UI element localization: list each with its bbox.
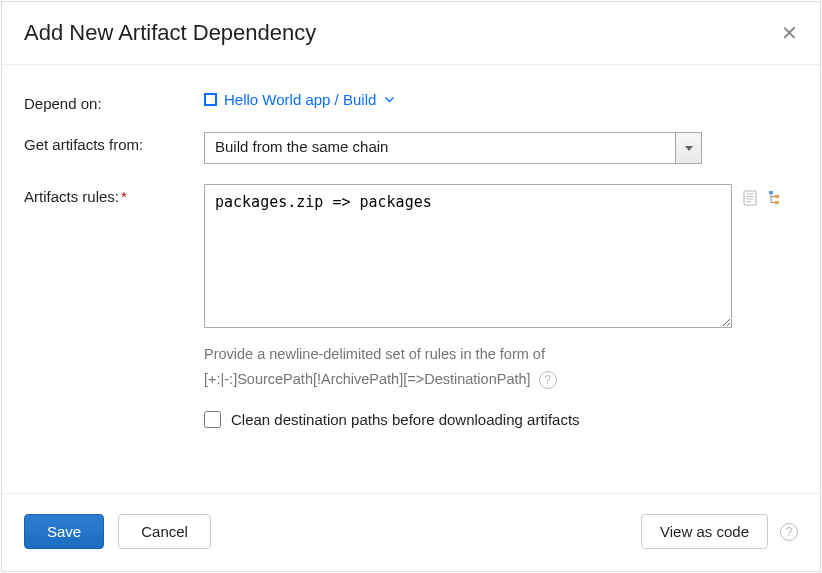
depend-on-value: Hello World app / Build	[204, 91, 798, 109]
artifacts-rules-label: Artifacts rules:*	[24, 184, 204, 205]
save-button[interactable]: Save	[24, 514, 104, 549]
footer-right: View as code ?	[641, 514, 798, 549]
hint-line1: Provide a newline-delimited set of rules…	[204, 342, 798, 367]
select-display: Build from the same chain	[204, 132, 676, 164]
close-icon[interactable]: ✕	[781, 23, 798, 43]
get-artifacts-from-label: Get artifacts from:	[24, 132, 204, 153]
get-artifacts-from-row: Get artifacts from: Build from the same …	[24, 132, 798, 164]
hint-line2: [+:|-:]SourcePath[!ArchivePath][=>Destin…	[204, 367, 798, 392]
depend-on-link[interactable]: Hello World app / Build	[204, 91, 394, 108]
depend-on-label: Depend on:	[24, 91, 204, 112]
artifacts-rules-value	[204, 184, 784, 328]
depend-on-row: Depend on: Hello World app / Build	[24, 91, 798, 112]
get-artifacts-from-select[interactable]: Build from the same chain	[204, 132, 702, 164]
clean-dest-checkbox[interactable]	[204, 411, 221, 428]
dialog-title: Add New Artifact Dependency	[24, 20, 316, 46]
artifacts-rules-hint: Provide a newline-delimited set of rules…	[204, 342, 798, 391]
artifact-dependency-dialog: Add New Artifact Dependency ✕ Depend on:…	[1, 1, 821, 572]
svg-rect-5	[769, 191, 773, 194]
footer-left: Save Cancel	[24, 514, 211, 549]
clean-dest-label[interactable]: Clean destination paths before downloadi…	[231, 411, 580, 428]
svg-rect-0	[744, 191, 756, 205]
artifacts-rules-row: Artifacts rules:*	[24, 184, 798, 328]
help-icon[interactable]: ?	[539, 371, 557, 389]
svg-rect-7	[775, 201, 779, 204]
document-icon[interactable]	[742, 190, 758, 206]
cancel-button[interactable]: Cancel	[118, 514, 211, 549]
clean-dest-row: Clean destination paths before downloadi…	[204, 411, 798, 428]
dialog-body: Depend on: Hello World app / Build Get a…	[2, 65, 820, 493]
dialog-footer: Save Cancel View as code ?	[2, 493, 820, 571]
tree-icon[interactable]	[768, 190, 784, 206]
chevron-down-icon	[385, 94, 394, 105]
dialog-header: Add New Artifact Dependency ✕	[2, 2, 820, 65]
artifacts-rules-input[interactable]	[204, 184, 732, 328]
svg-rect-6	[775, 195, 779, 198]
depend-on-link-text: Hello World app / Build	[224, 91, 376, 108]
dropdown-arrow-icon[interactable]	[676, 132, 702, 164]
view-as-code-button[interactable]: View as code	[641, 514, 768, 549]
textarea-icons	[742, 184, 784, 206]
project-icon	[204, 93, 217, 106]
get-artifacts-from-value: Build from the same chain	[204, 132, 702, 164]
help-icon[interactable]: ?	[780, 523, 798, 541]
